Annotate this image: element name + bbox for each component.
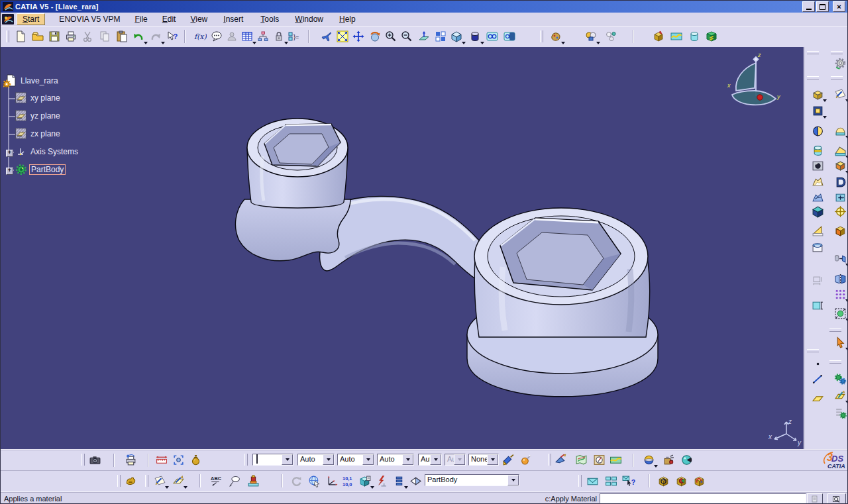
mail-button[interactable]	[584, 473, 600, 489]
capture-button[interactable]	[87, 452, 103, 468]
tree-item-yz-plane[interactable]: yz plane	[15, 110, 62, 121]
measure-item-button[interactable]	[170, 452, 186, 468]
curvature-map-button[interactable]	[573, 452, 589, 468]
stamp-feature-button[interactable]	[245, 473, 261, 489]
flag-note-button[interactable]	[226, 473, 242, 489]
title-bar[interactable]: CATIA V5 - [Llave_rara] ×	[1, 1, 847, 13]
render-style-button[interactable]	[467, 28, 483, 44]
menu-help[interactable]: Help	[333, 13, 362, 25]
tree-expander-partbody[interactable]: +	[6, 168, 13, 175]
fly-mode-button[interactable]	[319, 28, 335, 44]
toolbar-handle[interactable]	[540, 30, 543, 42]
product-structure-button[interactable]	[255, 28, 271, 44]
status-doc-button[interactable]	[807, 493, 823, 504]
tree-item-label[interactable]: Axis Systems	[29, 147, 80, 156]
axis-system-button[interactable]	[324, 473, 340, 489]
vault-open-button[interactable]	[655, 473, 671, 489]
tree-root[interactable]: Llave_rara	[3, 74, 60, 87]
part-small-socket[interactable]	[235, 119, 350, 261]
whats-this-button[interactable]: ?	[164, 28, 180, 44]
compass[interactable]: z x y	[727, 52, 780, 105]
tree-list-gear-button[interactable]	[832, 405, 848, 421]
scale-button[interactable]	[832, 305, 848, 321]
zoom-out-button[interactable]	[399, 28, 415, 44]
insert-body-button[interactable]	[357, 473, 373, 489]
redo-button[interactable]	[148, 28, 164, 44]
color-combo[interactable]	[252, 454, 293, 466]
translate-button[interactable]	[832, 250, 848, 266]
toolbar-handle[interactable]	[807, 76, 819, 79]
sweep-button[interactable]	[668, 28, 684, 44]
tree-item-zx-plane[interactable]: zx plane	[15, 128, 62, 139]
mirror-button[interactable]	[832, 271, 848, 287]
graphic-properties-wizard-button[interactable]	[548, 28, 564, 44]
cylinder-rod-button[interactable]	[686, 28, 702, 44]
molecule-button[interactable]	[604, 28, 619, 44]
mail-help-button[interactable]: ?	[621, 473, 637, 489]
vault-camera-button[interactable]	[673, 473, 689, 489]
cut-button[interactable]	[80, 28, 95, 44]
rectangular-pattern-button[interactable]	[832, 286, 848, 302]
multi-view-button[interactable]	[433, 28, 449, 44]
shaft-button[interactable]	[810, 123, 825, 138]
toolbar-handle[interactable]	[81, 454, 85, 466]
edge-fillet-button[interactable]	[832, 123, 848, 138]
render-sphere-button[interactable]	[678, 452, 694, 468]
save-button[interactable]	[46, 28, 62, 44]
constraints-button[interactable]	[810, 273, 825, 289]
copy-wizard-button[interactable]	[517, 452, 533, 468]
color-combo-arrow[interactable]	[282, 454, 293, 465]
dimension-box-button[interactable]	[810, 297, 825, 313]
groove-button[interactable]	[810, 142, 825, 158]
tree-item-label[interactable]: xy plane	[29, 93, 62, 103]
update-button[interactable]	[288, 473, 304, 489]
surface-knife-button[interactable]	[553, 452, 568, 468]
mean-dimensions-button[interactable]: 10,110,0	[340, 473, 356, 489]
zoom-in-button[interactable]	[383, 28, 399, 44]
viewport-3d[interactable]: z x y z x y	[1, 47, 804, 449]
toolbar-handle[interactable]	[807, 51, 819, 54]
partbody-combo[interactable]: PartBody	[425, 474, 519, 486]
measure-ruler-button[interactable]	[154, 452, 170, 468]
isometric-view-button[interactable]	[449, 28, 464, 44]
tree-root-label[interactable]: Llave_rara	[19, 76, 60, 85]
plane-surface-button[interactable]	[407, 473, 423, 489]
vault-search-button[interactable]	[691, 473, 707, 489]
pocket-button[interactable]	[810, 103, 825, 119]
compass-box-button[interactable]	[591, 452, 607, 468]
fit-all-in-button[interactable]	[335, 28, 350, 44]
toolbar-handle[interactable]	[829, 328, 841, 332]
linetype-combo[interactable]: Auto	[297, 454, 335, 466]
shell-button[interactable]	[810, 239, 825, 255]
insert-gears-button[interactable]	[832, 371, 848, 387]
toolbar-handle[interactable]	[244, 454, 248, 466]
transparency-combo[interactable]: Auto	[418, 454, 442, 466]
line-button[interactable]	[810, 371, 825, 387]
design-table-button[interactable]	[239, 28, 255, 44]
draft-filleted-pad-button[interactable]	[832, 158, 848, 174]
toolbar-handle[interactable]	[807, 349, 819, 352]
manage-representations-button[interactable]	[583, 28, 599, 44]
mail-multiple-button[interactable]	[603, 473, 619, 489]
toolbar-handle[interactable]	[6, 30, 9, 42]
swap-visible-space-button[interactable]	[502, 28, 517, 44]
toolbar-handle[interactable]	[829, 360, 841, 364]
normal-view-button[interactable]	[416, 28, 432, 44]
pad-button[interactable]	[810, 86, 825, 102]
rib-button[interactable]	[810, 174, 825, 189]
combo-arrow[interactable]	[430, 454, 441, 465]
sketch-button[interactable]	[152, 473, 168, 489]
combo-arrow[interactable]	[507, 475, 519, 485]
toolbar-handle[interactable]	[578, 475, 582, 487]
tree-item-label[interactable]: PartBody	[30, 165, 65, 174]
menu-edit[interactable]: Edit	[156, 13, 182, 25]
menu-enovia[interactable]: ENOVIA V5 VPM	[53, 13, 126, 25]
toolbar-handle[interactable]	[831, 76, 843, 79]
painter-button[interactable]	[500, 452, 516, 468]
restore-button[interactable]	[816, 1, 829, 12]
toolbar-handle[interactable]	[831, 51, 843, 54]
undo-button[interactable]	[131, 28, 146, 44]
combo-arrow[interactable]	[362, 454, 374, 465]
point-symbol-combo[interactable]: Auto	[377, 454, 414, 466]
spray-paint-button[interactable]	[661, 452, 676, 468]
